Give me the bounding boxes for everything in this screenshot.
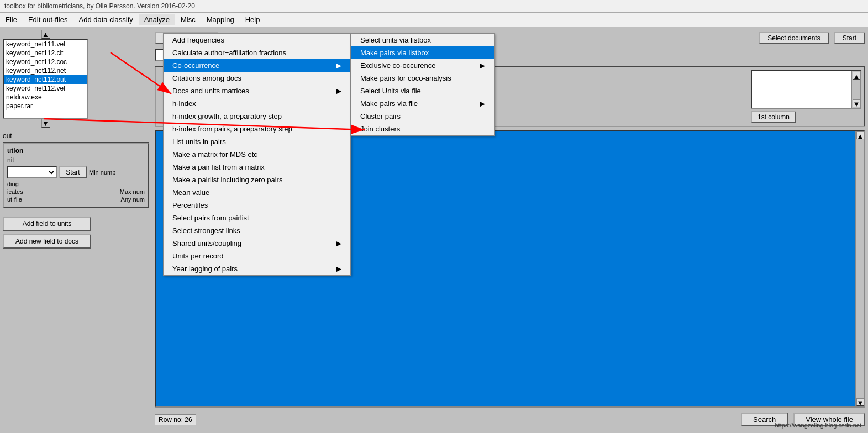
menu-mapping[interactable]: Mapping xyxy=(201,14,240,25)
submenu-select-units-listbox[interactable]: Select units via listbox xyxy=(351,34,494,46)
menu-shared-units[interactable]: Shared units/coupling ▶ xyxy=(164,237,350,250)
start-button-1[interactable]: Start xyxy=(59,166,87,178)
unit-select[interactable] xyxy=(7,166,57,178)
ding-label: ding xyxy=(7,181,145,187)
title-text: toolbox for bibliometricians, by Olle Pe… xyxy=(4,2,195,10)
submenu-arrow-3: ▶ xyxy=(336,239,341,247)
right-list-box: ▲ ▼ xyxy=(751,70,861,109)
start-button-top[interactable]: Start xyxy=(834,32,865,44)
scroll-up[interactable]: ▲ xyxy=(853,72,860,80)
blue-scroll-track xyxy=(856,140,864,398)
output-label: out xyxy=(3,132,149,140)
menu-misc[interactable]: Misc xyxy=(175,14,201,25)
submenu-arrow: ▶ xyxy=(336,61,341,70)
submenu-select-units-file[interactable]: Select Units via file xyxy=(351,85,494,97)
menu-h-index[interactable]: h-index xyxy=(164,97,350,110)
menu-add-frequencies[interactable]: Add frequencies xyxy=(164,34,350,46)
menu-h-index-growth[interactable]: h-index growth, a preparatory step xyxy=(164,110,350,123)
menu-citations-among-docs[interactable]: Citations among docs xyxy=(164,72,350,85)
max-num-label: Max num xyxy=(120,188,145,195)
section-title: ution xyxy=(7,147,145,155)
left-panel: ▲ keyword_net111.vel keyword_net112.cit … xyxy=(0,27,152,431)
menu-help[interactable]: Help xyxy=(240,14,266,25)
menu-make-pairlist-zero[interactable]: Make a pairlist including zero pairs xyxy=(164,173,350,186)
watermark: https://wangzeling.blog.csdn.net xyxy=(775,422,861,429)
add-field-to-units-button[interactable]: Add field to units xyxy=(3,216,91,231)
menu-bar: File Edit out-files Add data classify An… xyxy=(0,13,868,27)
menu-calculate-author[interactable]: Calculate author+affiliation fractions xyxy=(164,46,350,59)
submenu-arrow-4: ▶ xyxy=(336,265,341,273)
submenu-arrow-2: ▶ xyxy=(336,87,341,95)
start-row: Start Min numb xyxy=(7,166,145,178)
file-item-selected[interactable]: keyword_net112.out xyxy=(4,75,87,84)
select-documents-button[interactable]: Select documents xyxy=(759,32,829,44)
submenu-arrow-excl: ▶ xyxy=(480,61,485,70)
right-list-content xyxy=(752,71,851,108)
title-bar: toolbox for bibliometricians, by Olle Pe… xyxy=(0,0,868,13)
submenu-exclusive-co-occurrence[interactable]: Exclusive co-occurence ▶ xyxy=(351,59,494,72)
max-row: icates Max num xyxy=(7,188,145,195)
right-scrollbar: ▲ ▼ xyxy=(851,71,860,108)
menu-analyze[interactable]: Analyze xyxy=(139,14,175,25)
file-item[interactable]: keyword_net112.cit xyxy=(4,49,87,57)
bottom-buttons: Add field to units Add new field to docs xyxy=(3,216,149,249)
row-no-label: Row no: 26 xyxy=(155,414,196,425)
menu-docs-units-matrices[interactable]: Docs and units matrices ▶ xyxy=(164,85,350,97)
blue-scroll-down[interactable]: ▼ xyxy=(856,398,864,406)
file-item[interactable]: keyword_net112.vel xyxy=(4,84,87,93)
file-item[interactable]: keyword_net112.net xyxy=(4,66,87,75)
submenu-cluster-pairs[interactable]: Cluster pairs xyxy=(351,110,494,123)
ut-file-row: ut-file Any num xyxy=(7,196,145,203)
menu-select-strongest[interactable]: Select strongest links xyxy=(164,224,350,237)
cooccurrence-submenu[interactable]: Select units via listbox Make pairs via … xyxy=(351,33,495,136)
submenu-join-clusters[interactable]: Join clusters xyxy=(351,123,494,135)
menu-select-pairs[interactable]: Select pairs from pairlist xyxy=(164,212,350,224)
menu-list-units[interactable]: List units in pairs xyxy=(164,135,350,148)
unit-label: nit xyxy=(7,156,145,164)
submenu-make-pairs-listbox[interactable]: Make pairs via listbox xyxy=(351,46,494,59)
right-scroll-area: ▲ ▼ 1st column xyxy=(751,70,861,123)
blue-scrollbar: ▲ ▼ xyxy=(855,131,864,406)
menu-h-index-pairs[interactable]: h-index from pairs, a preparatory step xyxy=(164,123,350,135)
scroll-down[interactable]: ▼ xyxy=(853,99,860,107)
file-item[interactable]: paper.rar xyxy=(4,102,87,110)
menu-mean-value[interactable]: Mean value xyxy=(164,186,350,199)
menu-co-occurrence[interactable]: Co-occurrence ▶ xyxy=(164,59,350,72)
file-item[interactable]: keyword_net112.coc xyxy=(4,57,87,66)
menu-percentiles[interactable]: Percentiles xyxy=(164,199,350,212)
analyze-menu[interactable]: Add frequencies Calculate author+affilia… xyxy=(163,33,351,276)
submenu-make-pairs-coco[interactable]: Make pairs for coco-analysis xyxy=(351,72,494,85)
file-list: keyword_net111.vel keyword_net112.cit ke… xyxy=(3,39,88,119)
blue-scroll-up[interactable]: ▲ xyxy=(856,131,864,139)
any-num-label: Any num xyxy=(121,196,145,203)
file-item[interactable]: netdraw.exe xyxy=(4,93,87,102)
menu-file[interactable]: File xyxy=(0,14,23,25)
menu-year-lagging[interactable]: Year lagging of pairs ▶ xyxy=(164,262,350,275)
file-item[interactable]: keyword_net111.vel xyxy=(4,40,87,49)
ut-file-label: ut-file xyxy=(7,196,22,203)
icates-label: icates xyxy=(7,188,23,195)
scroll-up-btn[interactable]: ▲ xyxy=(41,30,50,39)
col1-button[interactable]: 1st column xyxy=(751,111,796,123)
menu-make-matrix[interactable]: Make a matrix for MDS etc xyxy=(164,148,350,161)
menu-units-per-record[interactable]: Units per record xyxy=(164,250,350,262)
menu-make-pair-list[interactable]: Make a pair list from a matrix xyxy=(164,161,350,173)
scroll-down-btn[interactable]: ▼ xyxy=(41,119,50,128)
menu-add-data-classify[interactable]: Add data classify xyxy=(73,14,139,25)
section-panel: ution nit Start Min numb ding icates Max… xyxy=(3,142,149,208)
submenu-make-pairs-file[interactable]: Make pairs via file ▶ xyxy=(351,97,494,110)
scroll-track xyxy=(852,80,860,99)
add-new-field-to-docs-button[interactable]: Add new field to docs xyxy=(3,234,91,249)
menu-edit-out-files[interactable]: Edit out-files xyxy=(23,14,73,25)
bottom-row: Row no: 26 Search View whole file xyxy=(155,410,865,429)
min-num-label: Min numb xyxy=(89,169,115,176)
submenu-arrow-file: ▶ xyxy=(480,99,485,108)
